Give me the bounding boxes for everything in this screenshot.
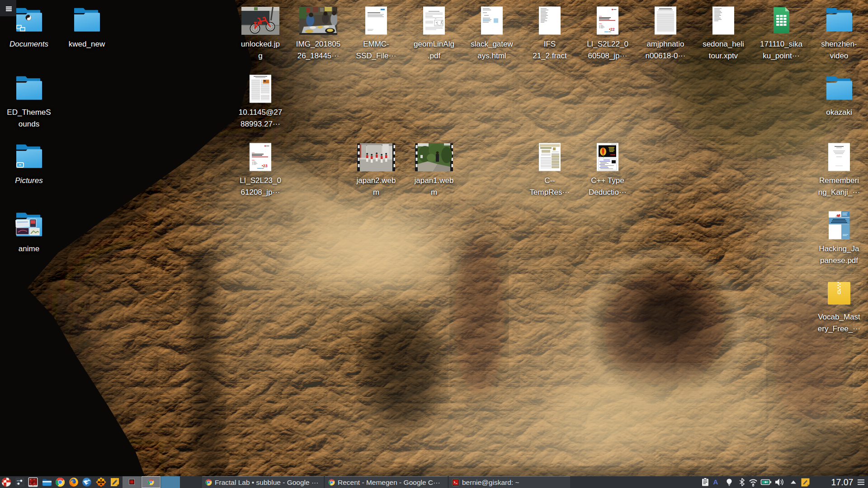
svg-text:•23: •23 [262,164,268,168]
svg-text:•22: •22 [609,27,615,32]
